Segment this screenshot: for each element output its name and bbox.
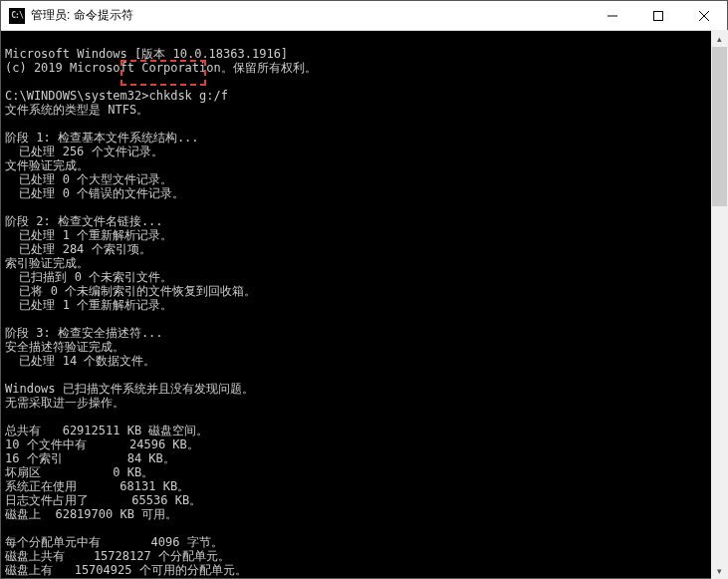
console-output[interactable]: Microsoft Windows [版本 10.0.18363.1916] (… xyxy=(1,31,727,578)
console-line: 安全描述符验证完成。 xyxy=(5,340,124,354)
console-line: C:\WINDOWS\system32>chkdsk g:/f xyxy=(5,89,228,103)
console-line: 已处理 284 个索引项。 xyxy=(5,242,151,256)
titlebar[interactable]: C:\ 管理员: 命令提示符 xyxy=(1,1,727,31)
console-line: 已扫描到 0 个未索引文件。 xyxy=(5,270,172,284)
console-line: 阶段 1: 检查基本文件系统结构... xyxy=(5,131,199,145)
console-line: (c) 2019 Microsoft Corporation。保留所有权利。 xyxy=(5,61,317,75)
console-line: 磁盘上有 15704925 个可用的分配单元。 xyxy=(5,563,247,577)
console-line: 索引验证完成。 xyxy=(5,256,89,270)
cmd-window: C:\ 管理员: 命令提示符 Microsoft Windows [版本 10.… xyxy=(0,0,728,579)
console-line: 文件验证完成。 xyxy=(5,158,89,172)
console-line: Microsoft Windows [版本 10.0.18363.1916] xyxy=(5,47,288,61)
console-line: 16 个索引 84 KB。 xyxy=(5,451,175,465)
window-title: 管理员: 命令提示符 xyxy=(31,7,590,24)
console-line: 磁盘上 62819700 KB 可用。 xyxy=(5,507,177,521)
console-line: 已处理 1 个重新解析记录。 xyxy=(5,298,172,312)
maximize-icon xyxy=(653,11,663,21)
maximize-button[interactable] xyxy=(635,1,681,30)
scroll-up-arrow[interactable]: ▴ xyxy=(711,30,728,47)
console-line: 已处理 1 个重新解析记录。 xyxy=(5,228,172,242)
console-line: 无需采取进一步操作。 xyxy=(5,396,124,410)
scroll-down-arrow[interactable]: ▾ xyxy=(711,562,728,579)
console-line: Windows 已扫描文件系统并且没有发现问题。 xyxy=(5,382,254,396)
scrollbar-thumb[interactable] xyxy=(712,47,727,206)
console-line: 已处理 14 个数据文件。 xyxy=(5,354,155,368)
console-line: 已处理 0 个错误的文件记录。 xyxy=(5,186,184,200)
minimize-button[interactable] xyxy=(590,1,635,30)
console-line: 总共有 62912511 KB 磁盘空间。 xyxy=(5,424,208,437)
console-line: 坏扇区 0 KB。 xyxy=(5,465,153,479)
svg-rect-1 xyxy=(654,11,663,20)
console-line: 已处理 256 个文件记录。 xyxy=(5,145,163,158)
console-line: 文件系统的类型是 NTFS。 xyxy=(5,103,148,117)
console-line: 10 个文件中有 24596 KB。 xyxy=(5,437,199,451)
console-line: 阶段 2: 检查文件名链接... xyxy=(5,214,163,228)
minimize-icon xyxy=(607,11,617,21)
console-line: 系统正在使用 68131 KB。 xyxy=(5,479,189,493)
window-controls xyxy=(590,1,727,30)
console-line: 已处理 0 个大型文件记录。 xyxy=(5,172,172,186)
app-icon: C:\ xyxy=(9,8,25,24)
console-line: 日志文件占用了 65536 KB。 xyxy=(5,493,201,507)
console-line: 阶段 3: 检查安全描述符... xyxy=(5,326,163,340)
console-line: 每个分配单元中有 4096 字节。 xyxy=(5,535,223,549)
close-button[interactable] xyxy=(681,1,727,30)
console-line: 已将 0 个未编制索引的文件恢复到回收箱。 xyxy=(5,284,256,298)
vertical-scrollbar[interactable]: ▴ ▾ xyxy=(711,30,728,579)
console-line: 磁盘上共有 15728127 个分配单元。 xyxy=(5,549,230,563)
close-icon xyxy=(699,11,709,21)
